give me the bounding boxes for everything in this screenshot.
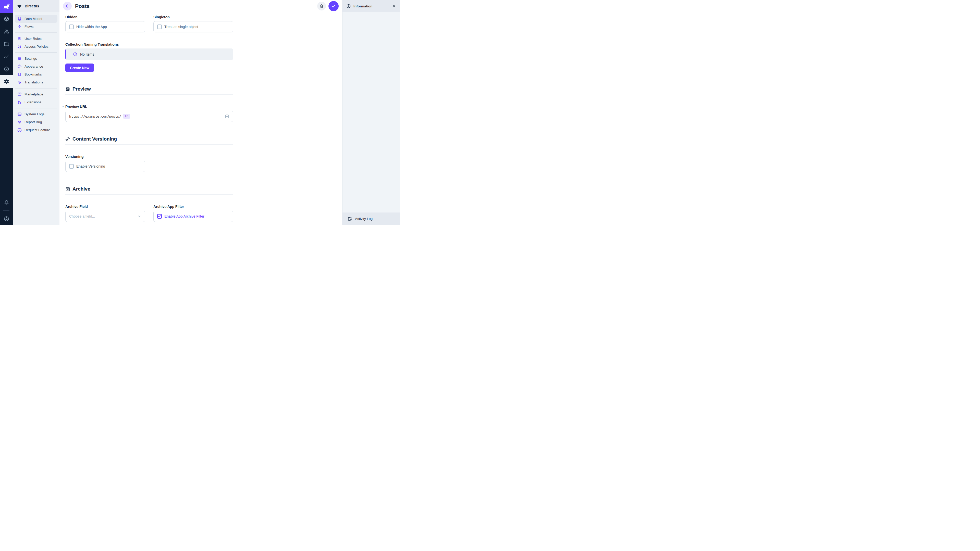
nav-item-label: Access Policies xyxy=(24,44,48,48)
field-hidden: Hidden Hide within the App xyxy=(65,15,145,32)
nav-item-access-policies[interactable]: Access Policies xyxy=(15,43,57,51)
preview-eye-icon xyxy=(65,87,70,92)
hidden-checkbox-field[interactable]: Hide within the App xyxy=(65,21,145,32)
checkbox-label: Treat as single object xyxy=(164,25,198,29)
info-sidebar-header[interactable]: Information xyxy=(342,0,400,12)
nav-item-marketplace[interactable]: Marketplace xyxy=(15,90,57,98)
module-bar-spacer xyxy=(0,88,13,197)
nav-item-extensions[interactable]: Extensions xyxy=(15,98,57,106)
section-heading: Archive xyxy=(65,186,233,192)
user-roles-icon xyxy=(18,37,22,41)
close-sidebar-button[interactable] xyxy=(392,4,396,8)
checkbox-label: Hide within the App xyxy=(76,25,107,29)
nav-item-label: Report Bug xyxy=(24,120,42,124)
info-sidebar-title: Information xyxy=(353,4,372,8)
nav-item-settings[interactable]: Settings xyxy=(15,55,57,62)
nav-item-translations[interactable]: Translations xyxy=(15,78,57,86)
section-heading: Content Versioning xyxy=(65,136,233,142)
field-label: Archive App Filter xyxy=(153,204,233,209)
field-naming-translations: Collection Naming Translations No items … xyxy=(65,42,233,72)
nav-item-label: System Logs xyxy=(24,112,45,116)
nav-divider xyxy=(15,108,57,108)
nav-item-request-feature[interactable]: Request Feature xyxy=(15,126,57,134)
translate-icon xyxy=(18,80,22,84)
user-menu-button[interactable] xyxy=(0,213,13,225)
bolt-icon xyxy=(18,24,22,29)
info-circle-icon xyxy=(346,4,351,8)
nav-item-data-model[interactable]: Data Model xyxy=(15,15,57,23)
nav-item-label: User Roles xyxy=(24,37,41,41)
nav-divider xyxy=(15,52,57,53)
nav-item-report-bug[interactable]: Report Bug xyxy=(15,118,57,126)
nav-list: Data Model Flows User Roles Access Polic… xyxy=(13,12,59,137)
checkbox-checked[interactable] xyxy=(157,214,162,219)
chevron-down-icon xyxy=(137,214,142,218)
nav-item-system-logs[interactable]: System Logs xyxy=(15,110,57,118)
module-file-library[interactable] xyxy=(0,38,13,50)
field-archive-app-filter: Archive App Filter Enable App Archive Fi… xyxy=(153,204,233,222)
project-name: Directus xyxy=(25,4,39,8)
clipboard-clock-icon xyxy=(347,216,352,221)
module-content[interactable] xyxy=(0,13,13,25)
archive-app-filter-checkbox-field[interactable]: Enable App Archive Filter xyxy=(153,211,233,222)
help-icon xyxy=(3,66,10,72)
empty-list-notice: No items xyxy=(65,48,233,60)
tune-sliders-icon xyxy=(18,56,22,61)
settings-nav-sidebar: Directus Data Model Flows User Roles Acc… xyxy=(13,0,59,225)
module-settings[interactable] xyxy=(0,75,13,88)
checkbox-unchecked[interactable] xyxy=(69,24,74,29)
bookmark-icon xyxy=(18,72,22,76)
collection-setup-form: Hidden Hide within the App Singleton Tre… xyxy=(59,12,342,225)
module-user-directory[interactable] xyxy=(0,25,13,38)
nav-item-bookmarks[interactable]: Bookmarks xyxy=(15,70,57,78)
checkbox-label: Enable App Archive Filter xyxy=(164,214,204,218)
info-circle-icon xyxy=(73,52,77,56)
preview-section: Preview Preview URL https://example.com/… xyxy=(65,86,233,122)
id-field-chip[interactable]: ID xyxy=(123,114,130,119)
people-icon xyxy=(3,29,10,35)
info-sidebar: Information Activity Log xyxy=(342,0,400,225)
nav-item-label: Translations xyxy=(24,80,43,84)
notifications-button[interactable] xyxy=(0,197,13,209)
create-new-button[interactable]: Create New xyxy=(65,64,94,72)
nav-item-label: Marketplace xyxy=(24,92,43,96)
storefront-icon xyxy=(18,92,22,97)
field-archive-field: Archive Field Choose a field... xyxy=(65,204,145,222)
gear-icon xyxy=(3,79,10,84)
module-bar-divider xyxy=(3,210,10,211)
module-insights[interactable] xyxy=(0,50,13,63)
bug-icon xyxy=(18,120,22,124)
singleton-checkbox-field[interactable]: Treat as single object xyxy=(153,21,233,32)
section-title: Preview xyxy=(73,86,91,92)
add-box-icon[interactable] xyxy=(224,114,229,119)
nav-item-appearance[interactable]: Appearance xyxy=(15,62,57,70)
nav-item-label: Appearance xyxy=(24,65,43,68)
project-wedge-icon xyxy=(17,3,22,9)
nav-item-label: Request Feature xyxy=(24,128,50,132)
delete-collection-button[interactable] xyxy=(317,2,326,11)
logo-button[interactable] xyxy=(0,0,13,13)
project-switcher[interactable]: Directus xyxy=(13,0,59,12)
activity-log-label: Activity Log xyxy=(355,217,372,221)
back-button[interactable] xyxy=(63,2,72,11)
nav-item-flows[interactable]: Flows xyxy=(15,23,57,30)
main-area: Posts Hidden Hide within the App xyxy=(59,0,342,225)
nav-item-user-roles[interactable]: User Roles xyxy=(15,35,57,43)
insights-chart-icon xyxy=(3,54,10,59)
archive-field-select[interactable]: Choose a field... xyxy=(65,211,145,222)
checkbox-label: Enable Versioning xyxy=(76,164,105,168)
checkbox-unchecked[interactable] xyxy=(69,164,74,168)
activity-log-button[interactable]: Activity Log xyxy=(342,213,400,225)
module-documentation[interactable] xyxy=(0,63,13,75)
nav-divider xyxy=(15,88,57,89)
preview-url-input[interactable]: https://example.com/posts/ ID xyxy=(65,111,233,122)
feature-badge-icon xyxy=(18,128,22,132)
save-button[interactable] xyxy=(328,1,339,11)
checkbox-unchecked[interactable] xyxy=(157,24,162,29)
versioning-checkbox-field[interactable]: Enable Versioning xyxy=(65,161,145,172)
nav-divider xyxy=(15,32,57,33)
nav-item-label: Extensions xyxy=(24,100,41,104)
extensions-shapes-icon xyxy=(18,100,22,104)
bell-icon xyxy=(3,200,10,206)
section-divider xyxy=(65,194,233,195)
